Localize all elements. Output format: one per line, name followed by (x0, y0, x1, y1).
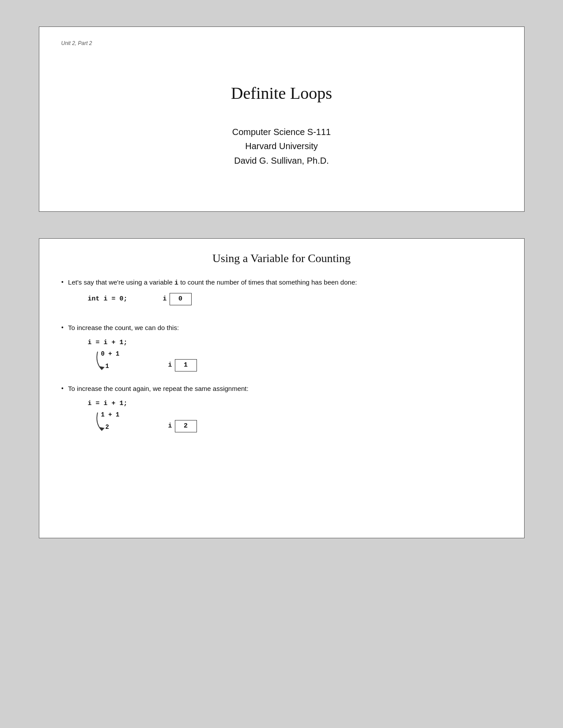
bullet-row-3: • To increase the count again, we repeat… (61, 384, 502, 394)
var-box-group-3: i 2 (168, 420, 197, 432)
bullet-text-2: To increase the count, we can do this: (68, 323, 179, 333)
code-block-3: i = i + 1; (88, 398, 502, 409)
var-box-group-2: i 1 (168, 359, 197, 372)
code-i-plus-1-line1: i = i + 1; (88, 339, 128, 346)
bullet-dot-2: • (61, 324, 64, 332)
var-box-group-1: i 0 (163, 293, 192, 305)
calc-line-2-2: 1 (106, 363, 109, 370)
calc-diagram-3: 1 + 1 2 i 2 (93, 410, 502, 435)
bullet-section-1: • Let's say that we're using a variable … (61, 278, 502, 313)
var-label-i-1: i (163, 295, 167, 303)
bullet-dot-3: • (61, 385, 64, 393)
var-box-1: 0 (170, 293, 192, 305)
bullet-text-1: Let's say that we're using a variable i … (68, 278, 357, 289)
var-i-inline: i (174, 279, 178, 287)
subtitle-line1: Computer Science S-111 (232, 125, 331, 139)
code-with-box-1: int i = 0; i 0 (88, 293, 502, 305)
unit-label: Unit 2, Part 2 (61, 40, 502, 46)
slide-author: David G. Sullivan, Ph.D. (232, 156, 331, 166)
bullet-section-3: • To increase the count again, we repeat… (61, 384, 502, 435)
calc-block-3: 1 + 1 2 (93, 410, 128, 435)
calc-block-2: 0 + 1 1 (93, 349, 128, 374)
bullet-row-1: • Let's say that we're using a variable … (61, 278, 502, 289)
bullet-text-3: To increase the count again, we repeat t… (68, 384, 249, 394)
bullet-row-2: • To increase the count, we can do this: (61, 323, 502, 333)
var-label-i-2: i (168, 361, 172, 369)
calc-line-1-3: 1 + 1 (101, 411, 120, 418)
calc-line-1-2: 0 + 1 (101, 350, 120, 357)
slide-subtitle-block: Computer Science S-111 Harvard Universit… (232, 125, 331, 166)
code-block-2: i = i + 1; (88, 337, 502, 349)
calc-diagram-2: 0 + 1 1 i 1 (93, 349, 502, 374)
code-i-plus-1-line2: i = i + 1; (88, 400, 128, 407)
calc-line-2-3: 2 (106, 424, 109, 431)
bullet-dot-1: • (61, 278, 64, 286)
slide-1-content: Definite Loops Computer Science S-111 Ha… (61, 64, 502, 189)
var-label-i-3: i (168, 422, 172, 430)
subtitle-line2: Harvard University (232, 139, 331, 153)
var-box-3: 2 (175, 420, 197, 432)
slide-2-title: Using a Variable for Counting (61, 252, 502, 265)
slide-title: Definite Loops (231, 83, 332, 103)
slide-2: Using a Variable for Counting • Let's sa… (39, 238, 525, 538)
slide-1: Unit 2, Part 2 Definite Loops Computer S… (39, 26, 525, 212)
bullet-section-2: • To increase the count, we can do this:… (61, 323, 502, 374)
var-box-2: 1 (175, 359, 197, 372)
code-int-i-0: int i = 0; (88, 295, 128, 303)
